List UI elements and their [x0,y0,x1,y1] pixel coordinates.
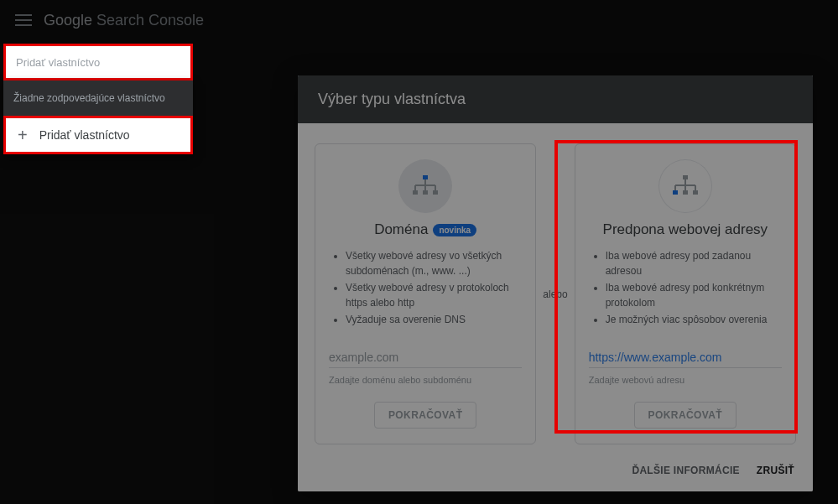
dialog-dim-overlay [298,75,813,491]
property-dropdown: Pridať vlastníctvo Žiadne zodpovedajúce … [3,44,193,154]
plus-icon: + [18,126,28,145]
hamburger-icon[interactable] [15,14,32,26]
property-search-placeholder: Pridať vlastníctvo [16,56,100,69]
brand-google: Google [44,12,92,29]
property-dropdown-panel: Žiadne zodpovedajúce vlastníctvo + Prida… [3,81,193,154]
add-property-label: Pridať vlastníctvo [39,128,130,142]
brand-searchconsole: Search Console [92,12,204,29]
brand: Google Search Console [44,12,204,29]
app-header: Google Search Console [0,0,838,40]
add-property-button[interactable]: + Pridať vlastníctvo [3,116,193,154]
no-matching-property: Žiadne zodpovedajúce vlastníctvo [3,81,193,116]
property-search-input[interactable]: Pridať vlastníctvo [3,44,193,81]
property-type-dialog: Výber typu vlastníctva [298,75,813,491]
